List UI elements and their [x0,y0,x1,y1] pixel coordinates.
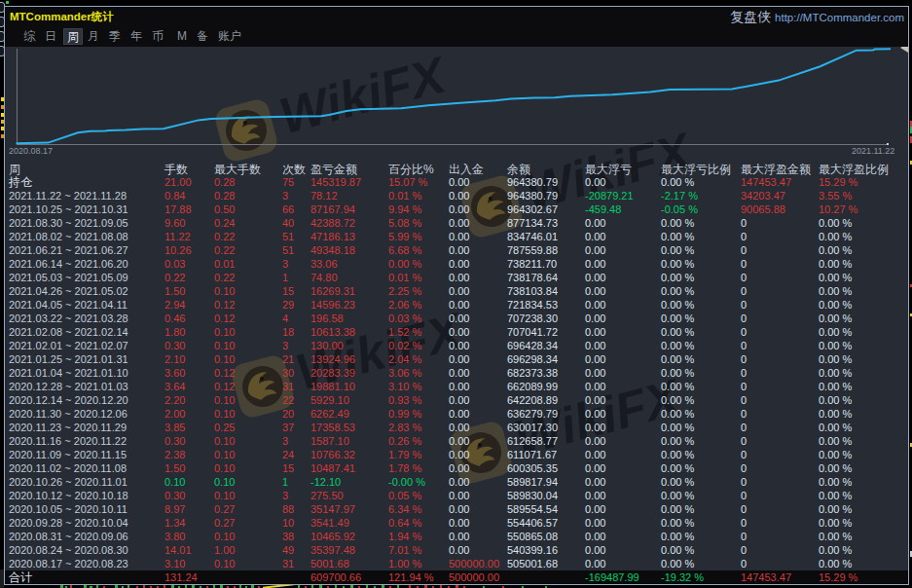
table-row-9-cell-10: 0 [741,284,747,298]
table-row-24[interactable]: 2020.10.12 ~ 2020.10.180.300.103275.500.… [5,489,908,502]
table-row-8[interactable]: 2021.05.03 ~ 2021.05.090.220.22174.800.0… [5,271,908,284]
table-row-19-cell-4: 17358.53 [310,421,355,434]
table-row-15-cell-10: 0 [741,366,747,380]
table-row-5[interactable]: 2021.08.02 ~ 2021.08.0811.220.225147186.… [5,230,908,243]
table-row-10-cell-0: 2021.04.05 ~ 2021.04.11 [9,298,128,312]
table-row-14-cell-9: 0.00 % [661,352,694,366]
table-row-16-cell-1: 3.64 [164,380,185,393]
table-row-12-cell-8: 0.00 [585,325,605,339]
table-row-17-cell-6: 0.00 [449,393,469,407]
table-row-20-cell-11: 0.00 % [819,434,852,448]
table-row-22[interactable]: 2020.11.02 ~ 2020.11.081.500.101510487.4… [5,461,908,475]
table-row-26[interactable]: 2020.09.28 ~ 2020.10.041.340.27103541.49… [5,516,908,530]
table-row-15[interactable]: 2021.01.04 ~ 2021.01.103.600.123020283.3… [5,366,908,380]
menu-item-6[interactable]: 年 [128,28,145,45]
table-row-8-cell-4: 74.80 [310,271,338,284]
table-row-20[interactable]: 2020.11.16 ~ 2020.11.220.300.1031587.100… [5,434,908,448]
table-row-18[interactable]: 2020.11.30 ~ 2020.12.062.000.10206262.49… [5,407,908,421]
table-row-4[interactable]: 2021.08.30 ~ 2021.09.059.600.244042388.7… [5,216,908,230]
table-row-13-cell-2: 0.10 [214,339,235,352]
table-row-12-cell-2: 0.10 [214,325,235,339]
table-row-10[interactable]: 2021.04.05 ~ 2021.04.112.940.122914596.2… [5,298,908,312]
table-row-19-cell-8: 0.00 [585,421,605,434]
table-row-11-cell-9: 0.00 % [661,312,694,325]
table-row-22-cell-3: 15 [282,461,294,475]
table-row-11-cell-4: 196.58 [310,312,344,325]
table-row-24-cell-11: 0.00 % [819,489,852,502]
table-row-26-cell-11: 0.00 % [819,516,852,530]
table-row-15-cell-8: 0.00 [585,366,605,380]
table-row-3[interactable]: 2021.10.25 ~ 2021.10.3117.880.506687167.… [5,202,908,216]
table-row-21[interactable]: 2020.11.09 ~ 2020.11.152.380.102410766.3… [5,448,908,461]
table-row-23[interactable]: 2020.10.26 ~ 2020.11.010.100.101-12.10-0… [5,475,908,489]
table-header-row-cell-2: 最大手数 [214,163,261,176]
window-titlebar[interactable]: MTCommander统计 复盘侠 http://MTCommander.com [5,7,908,25]
table-row-14-cell-6: 0.00 [449,352,469,366]
table-row-27-cell-10: 0 [741,530,747,543]
table-row-18-cell-9: 0.00 % [661,407,694,421]
table-row-16[interactable]: 2020.12.28 ~ 2021.01.033.640.123119881.1… [5,380,908,393]
table-row-17-cell-1: 2.20 [164,393,185,407]
table-row-2-cell-0: 2021.11.22 ~ 2021.11.28 [9,189,127,202]
brand-link: 复盘侠 http://MTCommander.com [730,9,904,26]
table-row-17[interactable]: 2020.12.14 ~ 2020.12.202.200.10225929.10… [5,393,908,407]
table-row-4-cell-2: 0.24 [214,216,235,230]
table-row-28[interactable]: 2020.08.24 ~ 2020.08.3014.011.004935397.… [5,543,908,557]
table-row-26-cell-9: 0.00 % [661,516,694,530]
table-row-11[interactable]: 2021.03.22 ~ 2021.03.280.460.124196.580.… [5,312,908,325]
table-row-9[interactable]: 2021.04.26 ~ 2021.05.021.500.101516269.3… [5,284,908,298]
table-row-1-cell-1: 21.00 [164,175,192,189]
table-row-14[interactable]: 2021.01.25 ~ 2021.01.312.100.102113924.9… [5,352,908,366]
table-row-25-cell-9: 0.00 % [661,502,694,516]
table-row-9-cell-5: 2.25 % [388,284,421,298]
table-row-27[interactable]: 2020.08.31 ~ 2020.09.063.800.103810465.9… [5,530,908,543]
table-row-12[interactable]: 2021.02.08 ~ 2021.02.141.800.101810613.3… [5,325,908,339]
table-row-8-cell-10: 0 [741,271,747,284]
menu-item-10[interactable]: 账户 [215,28,244,45]
table-row-18-cell-5: 0.99 % [388,407,421,421]
menu-item-1[interactable]: 综 [20,28,38,45]
table-row-12-cell-10: 0 [741,325,747,339]
table-row-8-cell-5: 0.01 % [388,271,421,284]
table-row-1[interactable]: 持仓21.000.2875145319.8715.07 %0.00964380.… [5,175,908,189]
table-row-29[interactable]: 2020.08.17 ~ 2020.08.233.100.10315001.68… [5,557,908,570]
table-row-29-cell-11: 0.00 % [819,557,852,570]
table-row-7[interactable]: 2021.06.14 ~ 2021.06.200.030.01333.060.0… [5,257,908,271]
menu-item-3[interactable]: 周 [63,28,83,45]
menu-item-2[interactable]: 日 [42,28,59,45]
menu-item-9[interactable]: 备 [194,28,211,45]
table-row-8-cell-7: 738178.64 [507,271,558,284]
scroll-marker-icon[interactable] [900,47,908,53]
table-row-17-cell-10: 0 [741,393,747,407]
menu-item-5[interactable]: 季 [106,28,124,45]
table-row-18-cell-6: 0.00 [449,407,469,421]
menu-item-4[interactable]: 月 [85,28,102,45]
table-row-10-cell-9: 0.00 % [661,298,694,312]
table-row-8-cell-2: 0.22 [214,271,235,284]
menu-item-7[interactable]: 币 [149,28,166,45]
table-row-21-cell-5: 1.79 % [388,448,421,461]
table-row-15-cell-5: 3.06 % [388,366,421,380]
table-total-row-cell-4: 609700.66 [310,570,361,584]
table-row-1-cell-9: 0.00 % [661,175,694,189]
table-row-24-cell-8: 0.00 [585,489,605,502]
table-total-row[interactable]: 合计131.24609700.66121.94 %500000.00-16948… [5,570,908,584]
table-row-19[interactable]: 2020.11.23 ~ 2020.11.293.850.253717358.5… [5,421,908,434]
table-row-23-cell-8: 0.00 [585,475,605,489]
table-row-24-cell-6: 0.00 [449,489,469,502]
table-row-3-cell-1: 17.88 [164,202,192,216]
table-row-13[interactable]: 2021.02.01 ~ 2021.02.070.300.103130.000.… [5,339,908,352]
table-row-26-cell-2: 0.27 [214,516,235,530]
table-row-25[interactable]: 2020.10.05 ~ 2020.10.118.970.278835147.9… [5,502,908,516]
table-row-13-cell-1: 0.30 [164,339,185,352]
table-row-11-cell-7: 707238.30 [507,312,558,325]
table-row-22-cell-8: 0.00 [585,461,605,475]
table-row-24-cell-5: 0.05 % [388,489,421,502]
menu-item-8[interactable]: M [174,28,190,45]
table-row-6[interactable]: 2021.06.21 ~ 2021.06.2710.260.225149348.… [5,243,908,257]
desktop-screen: MTCommander统计 复盘侠 http://MTCommander.com… [0,0,912,588]
table-row-1-cell-5: 15.07 % [388,175,427,189]
table-row-2[interactable]: 2021.11.22 ~ 2021.11.280.840.28378.120.0… [5,189,908,202]
table-row-7-cell-0: 2021.06.14 ~ 2021.06.20 [9,257,128,271]
table-row-1-cell-7: 964380.79 [507,175,558,189]
